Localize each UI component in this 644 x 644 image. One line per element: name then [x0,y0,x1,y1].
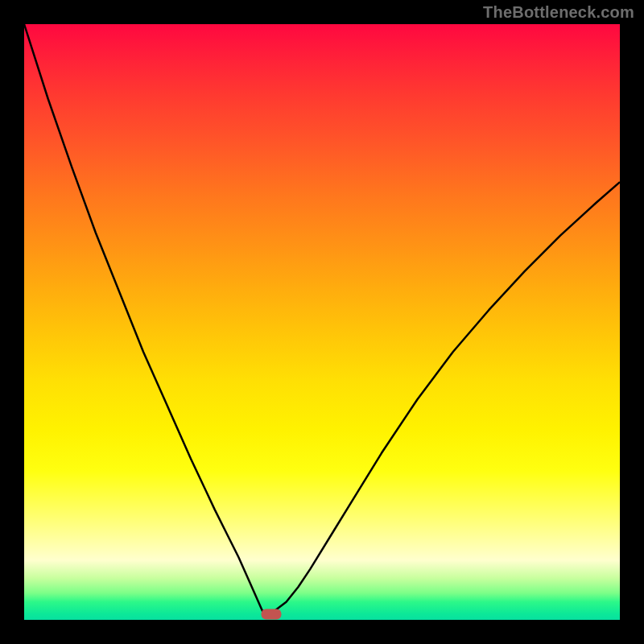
chart-frame: TheBottleneck.com [0,0,644,644]
watermark-text: TheBottleneck.com [483,3,634,22]
bottleneck-curve [24,24,620,620]
plot-area [24,24,620,620]
optimal-marker [262,609,282,619]
